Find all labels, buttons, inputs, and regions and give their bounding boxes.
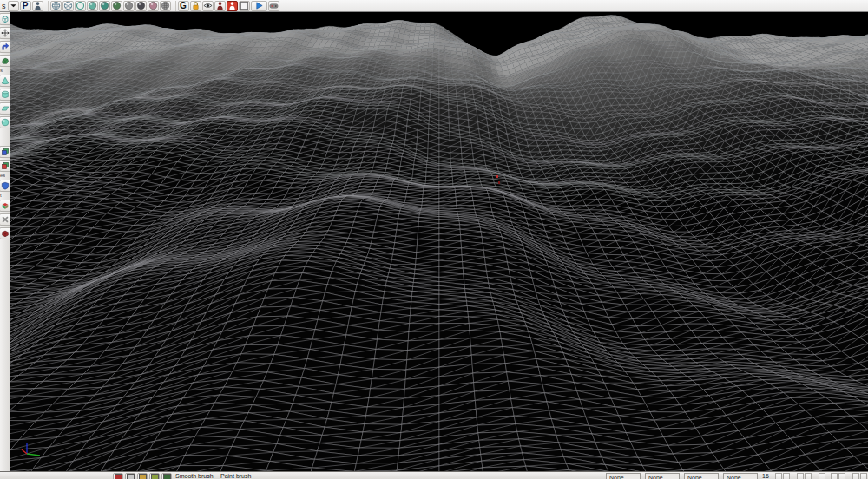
- status-bar: Smooth brushPaint brushNoneNoneNoneNone1…: [0, 471, 868, 479]
- shade-green-button[interactable]: [111, 1, 122, 11]
- squares-blue-button[interactable]: [0, 146, 10, 158]
- status-tool-gray-button[interactable]: [125, 473, 135, 479]
- status-tool-red-button[interactable]: [113, 473, 123, 479]
- pose-person-icon: [33, 1, 43, 10]
- status-mini-button-7[interactable]: [852, 473, 859, 479]
- left-toolbar: sest: [0, 12, 10, 471]
- shade-wire-globe2-icon: [63, 1, 73, 10]
- shade-wire-globe-icon: [51, 1, 61, 10]
- application-window: sPG sest Smooth brushPaint brushNoneNone…: [0, 0, 868, 479]
- dropdown-button[interactable]: [8, 1, 19, 11]
- colorbox-icon: [1, 201, 10, 210]
- actor-button[interactable]: [214, 1, 226, 11]
- play-icon: [254, 1, 264, 10]
- wire-cube-icon: [1, 15, 10, 23]
- play-button[interactable]: [251, 1, 267, 11]
- dropdown-icon: [9, 1, 18, 10]
- toolbar-separator: [173, 1, 176, 11]
- plane-button[interactable]: [0, 102, 10, 115]
- status-mini-button-4[interactable]: [819, 473, 825, 479]
- shade-solid-icon: [88, 1, 97, 10]
- terrain-wireframe-canvas[interactable]: [10, 12, 868, 471]
- shade-pink-button[interactable]: [148, 1, 159, 11]
- status-tool-tan-button[interactable]: [137, 473, 148, 479]
- tool-g-button[interactable]: G: [178, 1, 189, 11]
- lock-button[interactable]: [190, 1, 201, 11]
- x-mark-icon: [1, 215, 10, 224]
- shade-dark-icon: [136, 1, 146, 10]
- blue-arrow-button[interactable]: [0, 41, 10, 53]
- actor-icon: [215, 1, 225, 10]
- viewport-3d[interactable]: [10, 12, 868, 471]
- texture-slot-3[interactable]: None: [723, 473, 758, 479]
- shade-outline-icon: [76, 1, 85, 10]
- pose-person-button[interactable]: [32, 1, 43, 11]
- shade-outline-button[interactable]: [75, 1, 86, 11]
- rock-button[interactable]: [0, 55, 10, 67]
- shade-green-icon: [112, 1, 122, 10]
- status-tool-tan-icon: [139, 474, 147, 479]
- status-mini-button-8[interactable]: [860, 473, 867, 479]
- ik-cross-icon: [1, 29, 10, 37]
- section-label-s: s: [0, 68, 3, 74]
- gamepad-button[interactable]: [268, 1, 279, 11]
- squares-red-icon: [1, 161, 10, 170]
- cone-icon: [1, 76, 10, 85]
- status-mini-button-3[interactable]: [805, 473, 812, 479]
- texture-slot-1[interactable]: None: [645, 473, 680, 479]
- status-mini-button-2[interactable]: [797, 473, 804, 479]
- shade-wire-globe-button[interactable]: [50, 1, 62, 11]
- visibility-eye-icon: [203, 1, 213, 10]
- blank-square-icon: [240, 1, 249, 10]
- cylinder-button[interactable]: [0, 89, 10, 101]
- tool-g-icon: G: [180, 2, 187, 10]
- red-box-icon: [1, 229, 10, 238]
- red-box-button[interactable]: [0, 227, 10, 240]
- cone-button[interactable]: [0, 75, 10, 87]
- combo-fragment: s: [1, 2, 7, 10]
- lock-icon: [191, 1, 201, 10]
- colorbox-button[interactable]: [0, 200, 10, 212]
- status-mini-button-5[interactable]: [831, 473, 838, 479]
- shade-dark-button[interactable]: [135, 1, 147, 11]
- blank-square-button[interactable]: [239, 1, 250, 11]
- status-mini-button-1[interactable]: [783, 473, 790, 479]
- sphere-button[interactable]: [0, 116, 10, 128]
- status-mini-button-6[interactable]: [838, 473, 845, 479]
- x-mark-button[interactable]: [0, 213, 10, 226]
- shade-solid-button[interactable]: [87, 1, 98, 11]
- top-toolbar: sPG: [0, 0, 868, 12]
- status-tool-multi-button[interactable]: [149, 473, 160, 479]
- shade-wire-globe2-button[interactable]: [62, 1, 74, 11]
- status-value-label: 16: [762, 473, 769, 479]
- plane-icon: [1, 104, 10, 113]
- section-label-t: t: [0, 193, 2, 199]
- shade-textured-button[interactable]: [160, 1, 171, 11]
- status-tool-red-icon: [115, 474, 122, 479]
- squares-blue-icon: [1, 148, 10, 156]
- shade-pink-icon: [148, 1, 158, 10]
- squares-red-button[interactable]: [0, 160, 10, 172]
- blue-arrow-icon: [1, 43, 10, 51]
- wire-cube-button[interactable]: [0, 13, 10, 25]
- shade-gray-button[interactable]: [123, 1, 135, 11]
- status-mini-button-0[interactable]: [775, 473, 782, 479]
- status-text-0: Smooth brush: [175, 473, 214, 479]
- shade-solid-dark-icon: [100, 1, 109, 10]
- ik-cross-button[interactable]: [0, 27, 10, 39]
- gamepad-icon: [269, 1, 279, 10]
- visibility-eye-button[interactable]: [202, 1, 214, 11]
- status-tool-gray-icon: [127, 474, 135, 479]
- status-text-1: Paint brush: [220, 473, 251, 479]
- actor-active-button[interactable]: [227, 1, 238, 11]
- shield-button[interactable]: [0, 180, 10, 192]
- rock-icon: [1, 56, 10, 65]
- section-label-es: es: [0, 173, 5, 179]
- shade-solid-dark-button[interactable]: [99, 1, 110, 11]
- tool-p-icon: P: [23, 2, 29, 10]
- status-tool-green-button[interactable]: [161, 473, 172, 479]
- texture-slot-0[interactable]: None: [606, 473, 641, 479]
- toolbar-separator: [45, 1, 49, 11]
- tool-p-button[interactable]: P: [20, 1, 31, 11]
- texture-slot-2[interactable]: None: [684, 473, 719, 479]
